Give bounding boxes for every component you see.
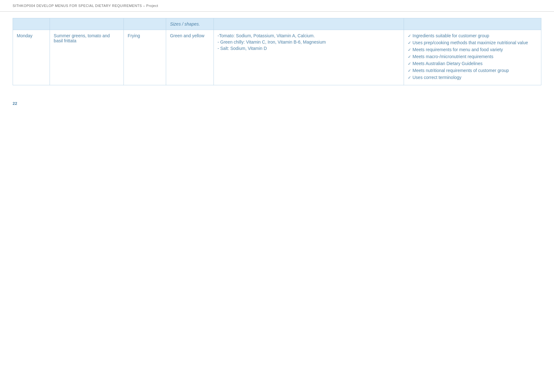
header-col6 <box>404 18 541 30</box>
dish-cell: Summer greens, tomato and basil frittata <box>50 30 124 85</box>
page-footer: 22 <box>0 98 554 109</box>
header-col4: Sizes / shapes. <box>166 18 214 30</box>
criteria-text: Meets Australian Dietary Guidelines <box>412 61 483 66</box>
checkmark-icon: ✓ <box>408 61 411 66</box>
criteria-text: Uses correct terminology <box>412 75 461 80</box>
criteria-list: ✓Ingredients suitable for customer group… <box>408 33 537 80</box>
day-cell: Monday <box>13 30 50 85</box>
page-header: SITHKOP004 DEVELOP MENUS FOR SPECIAL DIE… <box>0 0 554 12</box>
checkmark-icon: ✓ <box>408 33 411 38</box>
criteria-text: Meets macro-/micronutrient requirements <box>412 54 493 59</box>
nutrient-item-1: -Tomato: Sodium, Potassium, Vitamin A, C… <box>218 33 400 38</box>
criteria-item: ✓Ingredients suitable for customer group <box>408 33 537 38</box>
criteria-text: Uses prep/cooking methods that maximize … <box>412 40 528 45</box>
page-number: 22 <box>13 101 17 106</box>
criteria-text: Meets requirements for menu and food var… <box>412 47 503 52</box>
nutrient-item-2: - Green chilly: Vitamin C, Iron, Vitamin… <box>218 39 400 45</box>
checkmark-icon: ✓ <box>408 40 411 45</box>
header-col1 <box>13 18 50 30</box>
colors-cell: Green and yellow <box>166 30 214 85</box>
checkmark-icon: ✓ <box>408 47 411 52</box>
criteria-item: ✓Meets Australian Dietary Guidelines <box>408 61 537 66</box>
criteria-item: ✓Uses correct terminology <box>408 75 537 80</box>
criteria-item: ✓Meets requirements for menu and food va… <box>408 47 537 52</box>
criteria-text: Meets nutritional requirements of custom… <box>412 68 509 73</box>
checkmark-icon: ✓ <box>408 68 411 73</box>
table-row: Monday Summer greens, tomato and basil f… <box>13 30 541 85</box>
table-header-row: Sizes / shapes. <box>13 18 541 30</box>
header-col5 <box>214 18 404 30</box>
main-table: Sizes / shapes. Monday Summer greens, to… <box>13 18 541 85</box>
criteria-text: Ingredients suitable for customer group <box>412 33 489 38</box>
criteria-item: ✓Meets macro-/micronutrient requirements <box>408 54 537 59</box>
criteria-item: ✓Meets nutritional requirements of custo… <box>408 68 537 73</box>
criteria-cell: ✓Ingredients suitable for customer group… <box>404 30 541 85</box>
nutrient-item-3: - Salt: Sodium, Vitamin D <box>218 46 400 51</box>
checkmark-icon: ✓ <box>408 54 411 59</box>
method-cell: Frying <box>124 30 166 85</box>
header-col3 <box>124 18 166 30</box>
nutrients-cell: -Tomato: Sodium, Potassium, Vitamin A, C… <box>214 30 404 85</box>
header-col2 <box>50 18 124 30</box>
checkmark-icon: ✓ <box>408 75 411 80</box>
criteria-item: ✓Uses prep/cooking methods that maximize… <box>408 40 537 45</box>
